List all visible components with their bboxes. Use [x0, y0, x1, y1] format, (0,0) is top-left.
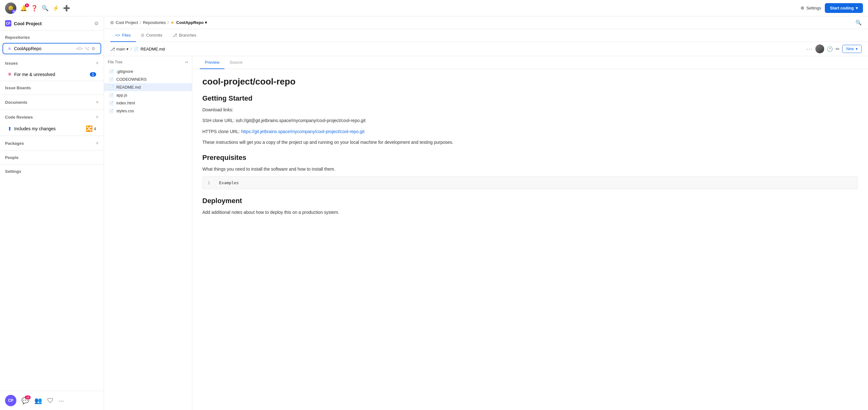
branch-icon[interactable]: ⌥ [85, 46, 90, 51]
code-reviews-section: Code Reviews + ⬆ Includes my changes 🔀 4 [0, 111, 104, 134]
file-doc-icon: 📄 [109, 85, 114, 90]
top-bar-right: ⚙ Settings Start coding ▾ [801, 3, 863, 13]
code-content: Examples [219, 180, 239, 185]
repo-header: ⊞ Cool Project / Repositories / ★ CoolAp… [104, 17, 868, 29]
add-pkg-icon[interactable]: + [96, 140, 99, 146]
tab-commits[interactable]: ⊙ Commits [136, 29, 167, 42]
tab-bar: <> Files ⊙ Commits ⎇ Branches [104, 29, 868, 42]
issues-header[interactable]: Issues + [0, 57, 104, 69]
file-item-indexhtml[interactable]: 📄 index.html [104, 99, 192, 107]
file-item-appjs[interactable]: 📄 app.js [104, 91, 192, 99]
file-name-indexhtml: index.html [116, 100, 135, 105]
edit-icon[interactable]: ✏ [836, 46, 840, 52]
issues-sub-item[interactable]: ✳ For me & unresolved 1 [2, 69, 101, 80]
packages-title: Packages [5, 141, 24, 146]
people-section: People [0, 152, 104, 163]
https-link[interactable]: https://git.jetbrains.space/mycompany/co… [241, 129, 364, 134]
packages-header[interactable]: Packages + [0, 137, 104, 149]
preview-tabs: Preview Source [192, 56, 868, 69]
help-icon[interactable]: ❓ [31, 5, 38, 12]
cp-avatar[interactable]: CP [5, 395, 17, 406]
code-reviews-sub-item[interactable]: ⬆ Includes my changes 🔀 4 [2, 123, 101, 134]
issue-boards-header[interactable]: Issue Boards [0, 82, 104, 93]
history-icon[interactable]: 🕐 [827, 46, 833, 52]
dropdown-arrow-icon: ▾ [856, 6, 858, 10]
asterisk-icon: ✳ [7, 71, 12, 77]
gear-icon: ⚙ [801, 6, 804, 10]
readme-ssh: SSH clone URL: ssh://git@git.jetbrains.s… [203, 117, 858, 124]
file-item-gitignore[interactable]: 📄 .gitignore [104, 67, 192, 76]
issues-sub-label: For me & unresolved [14, 72, 55, 77]
code-icon[interactable]: </> [76, 46, 83, 51]
divider-7 [0, 164, 104, 165]
search-icon[interactable]: 🔍 [41, 5, 49, 12]
documents-section: Documents + [0, 96, 104, 108]
avatar[interactable]: 😐 M [5, 2, 17, 14]
breadcrumb-project[interactable]: Cool Project [116, 20, 138, 25]
file-name: README.md [141, 47, 165, 51]
repo-breadcrumb-name[interactable]: CoolAppRepo ▾ [176, 20, 207, 25]
divider-3 [0, 95, 104, 95]
chat-icon[interactable]: 💬 13 [22, 397, 29, 404]
settings-button[interactable]: ⚙ Settings [801, 6, 821, 10]
add-doc-icon[interactable]: + [96, 99, 99, 105]
sidebar: CP Cool Project ⚙ Repositories ≡ CoolApp… [0, 17, 104, 410]
start-coding-button[interactable]: Start coding ▾ [825, 3, 863, 13]
people-header[interactable]: People [0, 152, 104, 163]
file-tree-toggle-icon[interactable]: ⇿ [185, 60, 188, 64]
shield-icon[interactable]: 🛡 [47, 397, 54, 404]
right-panel: ⊞ Cool Project / Repositories / ★ CoolAp… [104, 17, 868, 410]
preview-tab-preview[interactable]: Preview [200, 56, 224, 69]
sidebar-item-actions: </> ⌥ ⚙ [76, 46, 95, 51]
more-actions-icon[interactable]: ··· [806, 46, 813, 52]
issues-sub-left: ✳ For me & unresolved [7, 71, 55, 77]
branch-selector[interactable]: ⎇ main ▾ [110, 47, 129, 51]
code-reviews-header[interactable]: Code Reviews + [0, 111, 104, 123]
issue-boards-section: Issue Boards [0, 82, 104, 93]
upload-icon: ⬆ [7, 126, 12, 132]
file-name-codeowners: CODEOWNERS [116, 77, 147, 82]
add-icon[interactable]: ➕ [63, 5, 70, 12]
file-path-bar: ⎇ main ▾ / 📄 README.md ··· 🕐 ✏ New ▾ [104, 42, 868, 56]
branches-tab-label: Branches [179, 33, 196, 37]
branch-chevron: ▾ [126, 47, 129, 51]
readme-instructions: These instructions will get you a copy o… [203, 139, 858, 146]
branch-name: main [116, 47, 125, 51]
header-search-icon[interactable]: 🔍 [856, 20, 862, 26]
file-item-codeowners[interactable]: 📄 CODEOWNERS [104, 76, 192, 83]
repositories-title: Repositories [0, 31, 104, 41]
file-item-readme[interactable]: 📄 README.md [104, 83, 192, 91]
readme-h2-getting-started: Getting Started [203, 94, 858, 102]
issues-title: Issues [5, 61, 18, 66]
people-bottom-icon[interactable]: 👥 [34, 397, 42, 404]
preview-tab-source[interactable]: Source [224, 56, 247, 69]
breadcrumb-repositories[interactable]: Repositories [143, 20, 165, 25]
file-doc-icon: 📄 [109, 77, 114, 82]
readme-h2-deployment: Deployment [203, 197, 858, 205]
star-icon[interactable]: ★ [170, 20, 174, 25]
settings-small-icon[interactable]: ⚙ [91, 46, 95, 51]
readme-p-prereqs: What things you need to install the soft… [203, 166, 858, 173]
file-item-stylescss[interactable]: 📄 styles.css [104, 107, 192, 115]
sidebar-settings-header[interactable]: Settings [0, 166, 104, 177]
file-path-left: ⎇ main ▾ / 📄 README.md [110, 47, 165, 51]
file-name-gitignore: .gitignore [116, 69, 133, 74]
readme-title: cool-project/cool-repo [203, 77, 858, 87]
add-cr-icon[interactable]: + [96, 114, 99, 120]
file-doc-icon: 📄 [109, 69, 114, 74]
file-name-appjs: app.js [116, 93, 127, 97]
notifications-icon[interactable]: 🔔 5 [20, 5, 27, 12]
files-tab-label: Files [122, 33, 130, 37]
divider-1 [0, 56, 104, 56]
settings-label: Settings [806, 6, 821, 10]
filter-icon[interactable]: ⚙ [94, 21, 99, 27]
lightning-icon[interactable]: ⚡ [52, 5, 59, 12]
cr-badge: 4 [94, 126, 96, 131]
add-issue-icon[interactable]: + [96, 60, 99, 66]
documents-header[interactable]: Documents + [0, 96, 104, 108]
sidebar-item-coolapprepo[interactable]: ≡ CoolAppRepo </> ⌥ ⚙ [2, 43, 101, 54]
tab-branches[interactable]: ⎇ Branches [167, 29, 202, 42]
more-icon[interactable]: ··· [59, 397, 64, 404]
tab-files[interactable]: <> Files [110, 29, 136, 42]
new-button[interactable]: New ▾ [842, 45, 862, 53]
